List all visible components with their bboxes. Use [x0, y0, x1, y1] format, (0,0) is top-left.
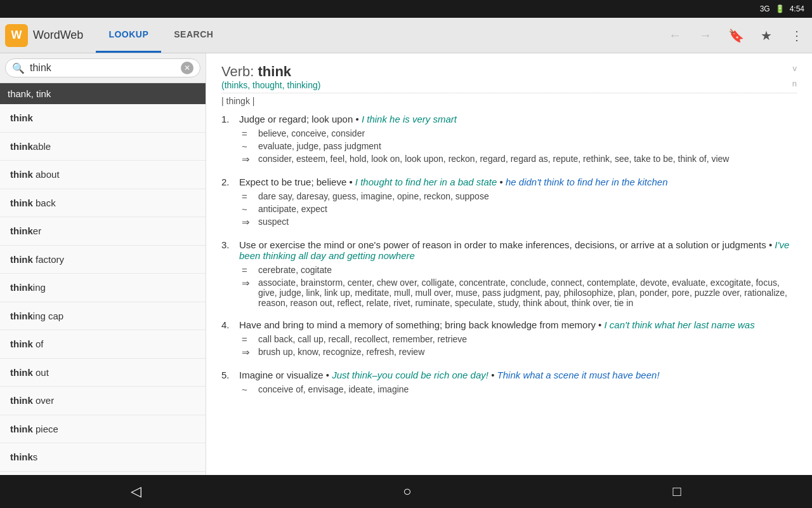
- definition-list: 1.Judge or regard; look upon • I think h…: [221, 114, 797, 395]
- def-text: Judge or regard; look upon • I think he …: [239, 114, 457, 124]
- synonym-symbol: ~: [242, 141, 253, 152]
- search-icon: 🔍: [12, 62, 25, 74]
- search-input[interactable]: [30, 62, 176, 74]
- def-text: Use or exercise the mind or one's power …: [239, 239, 797, 261]
- app-icon: W: [5, 24, 28, 47]
- synonym-list: dare say, daresay, guess, imagine, opine…: [258, 191, 489, 202]
- tab-search[interactable]: SEARCH: [161, 18, 226, 53]
- pos-v-indicator: v: [793, 64, 797, 73]
- definition-number-row: 4.Have and bring to mind a memory of som…: [221, 319, 797, 330]
- list-item[interactable]: think over: [0, 387, 206, 415]
- def-number: 5.: [221, 370, 234, 380]
- synonym-list: cerebrate, cogitate: [258, 265, 332, 276]
- bookmark-icon[interactable]: 🔖: [726, 25, 746, 46]
- app-title: WordWeb: [33, 29, 83, 42]
- synonym-list: conceive of, envisage, ideate, imagine: [258, 384, 409, 395]
- synonym-symbol: ⇒: [242, 277, 253, 308]
- synonym-symbol: =: [242, 265, 253, 276]
- pos-n-indicator: n: [792, 79, 797, 88]
- list-item[interactable]: thinks: [0, 443, 206, 472]
- synonym-row: ~anticipate, expect: [242, 204, 797, 215]
- word-title: Verb: think: [221, 64, 797, 80]
- list-item[interactable]: think out: [0, 359, 206, 387]
- headword: think: [258, 64, 292, 79]
- part-of-speech: Verb:: [221, 64, 254, 79]
- time-display: 4:54: [790, 4, 804, 13]
- synonym-row: =call back, call up, recall, recollect, …: [242, 334, 797, 345]
- top-bar: W WordWeb LOOKUP SEARCH ← → 🔖 ★ ⋮: [0, 18, 812, 53]
- phonetic: | thingk |: [221, 93, 797, 106]
- synonym-row: ~conceive of, envisage, ideate, imagine: [242, 384, 797, 395]
- synonym-symbol: ~: [242, 204, 253, 215]
- android-recents-button[interactable]: □: [658, 478, 697, 505]
- def-text: Expect to be true; believe • I thought t…: [239, 177, 667, 187]
- synonym-row: ⇒brush up, know, recognize, refresh, rev…: [242, 347, 797, 358]
- synonym-list: evaluate, judge, pass judgment: [258, 141, 381, 152]
- word-header: Verb: think (thinks, thought, thinking) …: [221, 64, 797, 106]
- synonym-list: suspect: [258, 217, 289, 228]
- android-home-button[interactable]: ○: [388, 478, 426, 505]
- definition-item: 2.Expect to be true; believe • I thought…: [221, 177, 797, 228]
- battery-indicator: 🔋: [775, 4, 785, 13]
- list-item[interactable]: thinking: [0, 274, 206, 302]
- definition-number-row: 3.Use or exercise the mind or one's powe…: [221, 239, 797, 261]
- synonym-list: brush up, know, recognize, refresh, revi…: [258, 347, 424, 358]
- content-panel: v n Verb: think (thinks, thought, thinki…: [206, 53, 812, 475]
- android-back-button[interactable]: ◁: [115, 478, 157, 505]
- synonym-list: consider, esteem, feel, hold, look on, l…: [258, 154, 729, 165]
- bottom-bar: ◁ ○ □: [0, 475, 812, 508]
- list-item[interactable]: thinking cap: [0, 302, 206, 331]
- main-content: 🔍 ✕ thank, tink thinkthinkablethink abou…: [0, 53, 812, 475]
- list-item[interactable]: think back: [0, 189, 206, 218]
- definition-item: 5.Imagine or visualize • Just think–you …: [221, 370, 797, 395]
- synonym-row: =believe, conceive, consider: [242, 128, 797, 139]
- search-input-wrap: 🔍 ✕: [5, 58, 200, 77]
- synonym-symbol: ⇒: [242, 154, 253, 165]
- tab-bar: LOOKUP SEARCH: [96, 18, 226, 53]
- synonym-row: =dare say, daresay, guess, imagine, opin…: [242, 191, 797, 202]
- def-text: Have and bring to mind a memory of somet…: [239, 319, 755, 330]
- definition-number-row: 5.Imagine or visualize • Just think–you …: [221, 370, 797, 380]
- list-item[interactable]: thinker: [0, 217, 206, 246]
- synonym-row: ⇒suspect: [242, 217, 797, 228]
- list-item[interactable]: think factory: [0, 246, 206, 274]
- def-number: 4.: [221, 319, 234, 330]
- synonym-row: ⇒associate, brainstorm, center, chew ove…: [242, 277, 797, 308]
- definition-item: 3.Use or exercise the mind or one's powe…: [221, 239, 797, 308]
- list-item[interactable]: think about: [0, 161, 206, 189]
- definition-item: 1.Judge or regard; look upon • I think h…: [221, 114, 797, 165]
- synonym-symbol: ~: [242, 384, 253, 395]
- signal-indicator: 3G: [760, 4, 770, 13]
- synonym-list: anticipate, expect: [258, 204, 327, 215]
- definition-item: 4.Have and bring to mind a memory of som…: [221, 319, 797, 358]
- synonym-row: ⇒consider, esteem, feel, hold, look on, …: [242, 154, 797, 165]
- status-bar: 3G 🔋 4:54: [0, 0, 812, 18]
- list-item[interactable]: think: [0, 104, 206, 133]
- def-number: 1.: [221, 114, 234, 124]
- synonym-symbol: =: [242, 128, 253, 139]
- forward-nav-icon[interactable]: →: [695, 25, 716, 46]
- word-list: thinkthinkablethink aboutthink backthink…: [0, 104, 206, 475]
- synonym-row: =cerebrate, cogitate: [242, 265, 797, 276]
- def-number: 3.: [221, 239, 234, 261]
- list-item[interactable]: think piece: [0, 415, 206, 444]
- definition-number-row: 2.Expect to be true; believe • I thought…: [221, 177, 797, 187]
- nav-icons: ← → 🔖 ★ ⋮: [665, 25, 807, 46]
- search-box: 🔍 ✕: [0, 53, 206, 83]
- synonym-list: believe, conceive, consider: [258, 128, 365, 139]
- synonym-symbol: =: [242, 334, 253, 345]
- back-nav-icon[interactable]: ←: [665, 25, 685, 46]
- word-forms: (thinks, thought, thinking): [221, 80, 797, 90]
- star-icon[interactable]: ★: [756, 25, 776, 46]
- list-item[interactable]: think of: [0, 330, 206, 359]
- synonym-symbol: =: [242, 191, 253, 202]
- list-item[interactable]: thinkable: [0, 133, 206, 161]
- tab-lookup[interactable]: LOOKUP: [96, 18, 161, 53]
- autocomplete-suggestion[interactable]: thank, tink: [0, 83, 206, 104]
- menu-icon[interactable]: ⋮: [787, 25, 807, 46]
- def-text: Imagine or visualize • Just think–you co…: [239, 370, 660, 380]
- synonym-symbol: ⇒: [242, 217, 253, 228]
- clear-button[interactable]: ✕: [181, 62, 193, 74]
- sidebar: 🔍 ✕ thank, tink thinkthinkablethink abou…: [0, 53, 206, 475]
- synonym-symbol: ⇒: [242, 347, 253, 358]
